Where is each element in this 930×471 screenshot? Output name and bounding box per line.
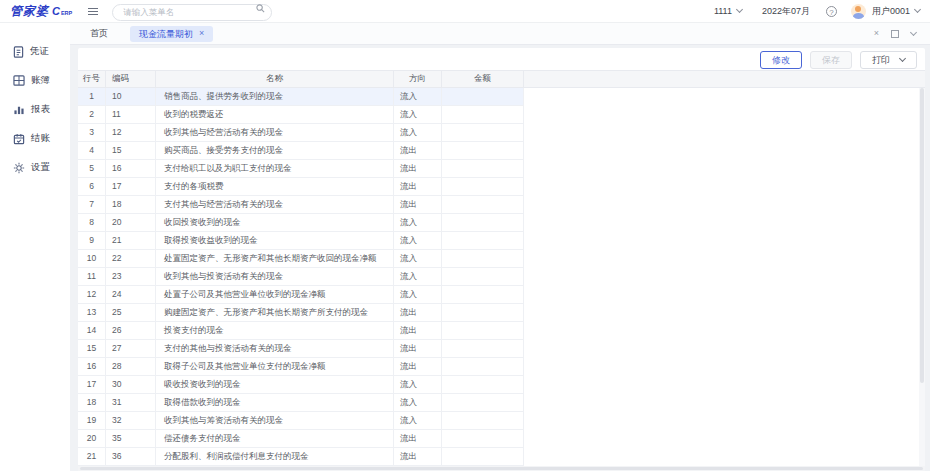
amount-cell (442, 430, 524, 448)
direction-cell: 流入 (394, 394, 442, 412)
row-number-cell: 10 (78, 250, 106, 268)
code-cell: 22 (106, 250, 156, 268)
code-cell: 12 (106, 124, 156, 142)
table-row[interactable]: 1426投资支付的现金流出 (78, 322, 925, 340)
table-row[interactable]: 110销售商品、提供劳务收到的现金流入 (78, 88, 925, 106)
table-row[interactable]: 1224处置子公司及其他营业单位收到的现金净额流入 (78, 286, 925, 304)
sidebar-item-ledger[interactable]: 账簿 (0, 66, 70, 95)
maximize-icon[interactable] (891, 30, 899, 38)
code-cell: 30 (106, 376, 156, 394)
row-number-cell: 16 (78, 358, 106, 376)
name-cell: 支付其他与经营活动有关的现金 (156, 196, 394, 214)
toolbar: 修改 保存 打印 (78, 48, 925, 70)
name-cell: 购建固定资产、无形资产和其他长期资产所支付的现金 (156, 304, 394, 322)
amount-cell (442, 88, 524, 106)
amount-cell (442, 376, 524, 394)
code-cell: 10 (106, 88, 156, 106)
code-cell: 24 (106, 286, 156, 304)
name-cell: 取得投资收益收到的现金 (156, 232, 394, 250)
name-cell: 处置子公司及其他营业单位收到的现金净额 (156, 286, 394, 304)
sidebar-item-label: 账簿 (31, 74, 50, 87)
sidebar-item-closing[interactable]: 结账 (0, 124, 70, 153)
direction-cell: 流入 (394, 214, 442, 232)
name-cell: 购买商品、接受劳务支付的现金 (156, 142, 394, 160)
search-input[interactable] (112, 4, 272, 21)
close-icon[interactable]: × (199, 29, 204, 38)
table-row[interactable]: 1325购建固定资产、无形资产和其他长期资产所支付的现金流出 (78, 304, 925, 322)
tab-cash-flow-opening[interactable]: 现金流量期初 × (130, 26, 213, 42)
amount-cell (442, 286, 524, 304)
save-button[interactable]: 保存 (810, 51, 852, 69)
amount-cell (442, 358, 524, 376)
account-set-dropdown[interactable]: 1111 (714, 6, 742, 16)
close-all-tabs-icon[interactable]: × (874, 29, 879, 38)
row-filler (524, 142, 925, 160)
amount-cell (442, 106, 524, 124)
sidebar-item-report[interactable]: 报表 (0, 95, 70, 124)
sidebar-item-voucher[interactable]: 凭证 (0, 37, 70, 66)
sidebar-item-settings[interactable]: 设置 (0, 153, 70, 182)
code-cell: 17 (106, 178, 156, 196)
direction-cell: 流出 (394, 340, 442, 358)
amount-cell (442, 196, 524, 214)
user-avatar[interactable] (851, 4, 866, 19)
table-row[interactable]: 516支付给职工以及为职工支付的现金流出 (78, 160, 925, 178)
modify-button[interactable]: 修改 (760, 51, 802, 69)
name-cell: 支付给职工以及为职工支付的现金 (156, 160, 394, 178)
row-filler (524, 322, 925, 340)
direction-cell: 流入 (394, 232, 442, 250)
search-icon[interactable] (256, 4, 265, 13)
table-row[interactable]: 1628取得子公司及其他营业单位支付的现金净额流出 (78, 358, 925, 376)
name-cell: 投资支付的现金 (156, 322, 394, 340)
name-cell: 收到其他与投资活动有关的现金 (156, 268, 394, 286)
table-row[interactable]: 1730吸收投资收到的现金流入 (78, 376, 925, 394)
row-filler (524, 286, 925, 304)
table-row[interactable]: 718支付其他与经营活动有关的现金流出 (78, 196, 925, 214)
row-number-cell: 18 (78, 394, 106, 412)
horizontal-scrollbar[interactable] (78, 466, 925, 471)
content-area: 修改 保存 打印 行号编码名称方向金额 110销售商品、提供劳务收到的现金流入2… (70, 45, 930, 471)
table-row[interactable]: 2035偿还债务支付的现金流出 (78, 430, 925, 448)
table-row[interactable]: 1932收到其他与筹资活动有关的现金流入 (78, 412, 925, 430)
code-cell: 27 (106, 340, 156, 358)
voucher-icon (13, 46, 24, 58)
table-row[interactable]: 1527支付的其他与投资活动有关的现金流出 (78, 340, 925, 358)
table-row[interactable]: 415购买商品、接受劳务支付的现金流出 (78, 142, 925, 160)
report-icon (13, 104, 25, 115)
table-row[interactable]: 820收回投资收到的现金流入 (78, 214, 925, 232)
print-button[interactable]: 打印 (860, 51, 917, 69)
chevron-down-icon (736, 6, 743, 13)
column-header: 金额 (442, 71, 524, 87)
direction-cell: 流入 (394, 268, 442, 286)
name-cell: 分配股利、利润或偿付利息支付的现金 (156, 448, 394, 466)
code-cell: 35 (106, 430, 156, 448)
table-body: 110销售商品、提供劳务收到的现金流入211收到的税费返还流入312收到其他与经… (78, 88, 925, 466)
period-selector[interactable]: 2022年07月 (762, 5, 810, 18)
table-row[interactable]: 1831取得借款收到的现金流入 (78, 394, 925, 412)
row-number-cell: 6 (78, 178, 106, 196)
name-cell: 收到的税费返还 (156, 106, 394, 124)
menu-collapse-icon[interactable] (88, 8, 98, 15)
row-filler (524, 124, 925, 142)
table-row[interactable]: 1123收到其他与投资活动有关的现金流入 (78, 268, 925, 286)
app-logo: 管家婆 C ERP (10, 3, 72, 20)
tab-home[interactable]: 首页 (80, 27, 118, 40)
name-cell: 收到其他与经营活动有关的现金 (156, 124, 394, 142)
top-bar: 管家婆 C ERP 1111 2022年07月 ? 用户0001 (0, 0, 930, 23)
amount-cell (442, 142, 524, 160)
table-row[interactable]: 2136分配股利、利润或偿付利息支付的现金流出 (78, 448, 925, 466)
table-row[interactable]: 312收到其他与经营活动有关的现金流入 (78, 124, 925, 142)
user-menu[interactable]: 用户0001 (872, 5, 920, 18)
sidebar: 凭证 账簿 报表 结账 设置 (0, 23, 70, 471)
tab-list-chevron-icon[interactable] (910, 29, 917, 36)
table-row[interactable]: 1022处置固定资产、无形资产和其他长期资产收回的现金净额流入 (78, 250, 925, 268)
sidebar-item-label: 凭证 (30, 45, 49, 58)
row-number-cell: 7 (78, 196, 106, 214)
table-row[interactable]: 617支付的各项税费流出 (78, 178, 925, 196)
vertical-scrollbar[interactable] (919, 88, 925, 466)
table-row[interactable]: 921取得投资收益收到的现金流入 (78, 232, 925, 250)
table-row[interactable]: 211收到的税费返还流入 (78, 106, 925, 124)
help-icon[interactable]: ? (826, 6, 837, 17)
code-cell: 15 (106, 142, 156, 160)
direction-cell: 流入 (394, 106, 442, 124)
